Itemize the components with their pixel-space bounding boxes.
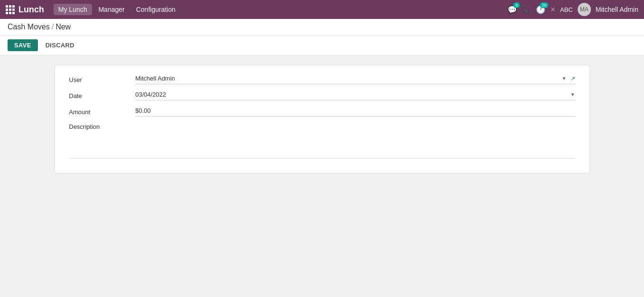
date-dropdown-arrow: ▼ (571, 92, 575, 97)
timer-badge: 26 (540, 2, 548, 8)
breadcrumb-parent[interactable]: Cash Moves (8, 23, 50, 31)
abc-label: ABC (560, 6, 573, 13)
description-field-row: Description (69, 123, 575, 152)
menu-manager[interactable]: Manager (94, 4, 129, 15)
main-content: User ▼ ↗ Date ▼ Amount Description (0, 55, 644, 297)
close-icon: × (550, 5, 555, 15)
breadcrumb-separator: / (52, 23, 54, 31)
user-input[interactable] (136, 75, 560, 82)
description-label: Description (69, 123, 136, 130)
menu-configuration[interactable]: Configuration (131, 4, 180, 15)
date-field[interactable]: ▼ (136, 91, 575, 100)
form-divider (69, 158, 575, 159)
close-icon-button[interactable]: × (550, 5, 555, 15)
date-input[interactable] (136, 91, 569, 98)
amount-field[interactable] (136, 107, 575, 117)
avatar: MA (578, 3, 591, 16)
topnav-right: 💬 6 📞 🕐 26 × ABC MA Mitchell Admin (508, 3, 638, 16)
amount-field-row: Amount (69, 107, 575, 117)
app-name: Lunch (18, 5, 44, 15)
breadcrumb-current: New (55, 23, 71, 31)
phone-icon-button[interactable]: 📞 (522, 5, 531, 14)
discard-button[interactable]: DISCARD (42, 39, 78, 51)
amount-input[interactable] (136, 107, 575, 114)
user-name-label: Mitchell Admin (596, 6, 638, 13)
user-field[interactable]: ▼ ↗ (136, 75, 575, 84)
top-navigation: Lunch My Lunch Manager Configuration 💬 6… (0, 0, 644, 19)
breadcrumb: Cash Moves / New (0, 19, 644, 36)
date-label: Date (69, 92, 136, 99)
grid-icon (6, 5, 15, 14)
description-input[interactable] (136, 123, 575, 152)
user-field-row: User ▼ ↗ (69, 75, 575, 84)
top-menu: My Lunch Manager Configuration (54, 4, 180, 15)
app-brand[interactable]: Lunch (6, 5, 44, 15)
phone-icon: 📞 (522, 5, 531, 14)
user-label: User (69, 76, 136, 83)
avatar-initials: MA (580, 6, 589, 13)
chat-icon-button[interactable]: 💬 6 (508, 5, 517, 14)
user-external-link-icon[interactable]: ↗ (571, 75, 575, 82)
form-card: User ▼ ↗ Date ▼ Amount Description (54, 65, 590, 173)
amount-label: Amount (69, 108, 136, 116)
timer-icon-button[interactable]: 🕐 26 (536, 5, 545, 14)
save-button[interactable]: SAVE (8, 39, 38, 51)
user-dropdown-arrow: ▼ (562, 76, 567, 81)
form-toolbar: SAVE DISCARD (0, 36, 644, 55)
date-field-row: Date ▼ (69, 91, 575, 100)
chat-badge: 6 (513, 2, 520, 8)
menu-my-lunch[interactable]: My Lunch (54, 4, 92, 15)
